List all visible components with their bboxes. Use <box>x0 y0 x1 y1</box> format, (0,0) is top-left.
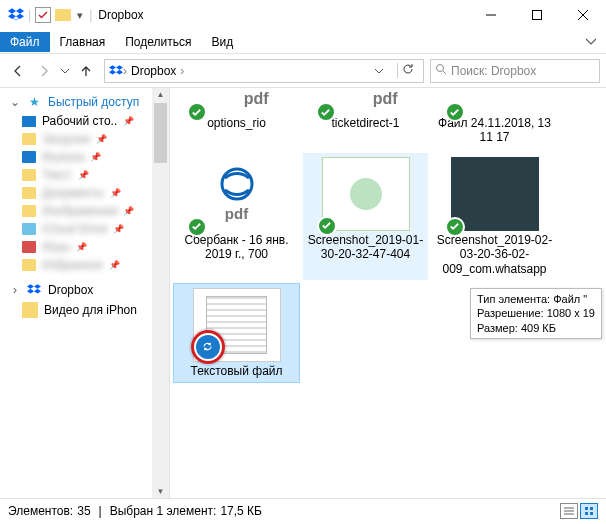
dropbox-icon <box>109 64 123 78</box>
status-selected-label: Выбран 1 элемент: <box>110 504 217 518</box>
breadcrumb-dropdown-icon[interactable] <box>375 64 397 78</box>
file-name: options_rio <box>207 116 266 130</box>
minimize-button[interactable] <box>468 0 514 30</box>
svg-rect-12 <box>590 507 593 510</box>
body: ⌄ ★ Быстрый доступ Рабочий сто.. 📌 Загру… <box>0 88 606 498</box>
sidebar-item[interactable]: Документы📌 <box>0 184 169 202</box>
view-icons-button[interactable] <box>580 503 598 519</box>
svg-rect-11 <box>585 507 588 510</box>
file-item[interactable]: Файл 24.11.2018, 13 11 17 <box>432 92 557 149</box>
file-thumbnail <box>451 157 539 231</box>
nav-recent-button[interactable] <box>58 59 72 83</box>
svg-rect-13 <box>585 512 588 515</box>
menu-home[interactable]: Главная <box>50 32 116 52</box>
nav-forward-button[interactable] <box>32 59 56 83</box>
window-controls <box>468 0 606 30</box>
menu-share[interactable]: Поделиться <box>115 32 201 52</box>
pin-icon: 📌 <box>96 134 107 144</box>
sidebar-item-videos[interactable]: Видео для iPhon <box>0 300 169 320</box>
synced-badge-icon <box>445 102 465 122</box>
sync-badge-icon <box>194 333 222 361</box>
tooltip-line: Разрешение: 1080 x 19 <box>477 306 595 320</box>
nav-back-button[interactable] <box>6 59 30 83</box>
search-icon <box>435 63 447 78</box>
sidebar-item-desktop[interactable]: Рабочий сто.. 📌 <box>0 112 169 130</box>
pin-icon: 📌 <box>110 188 121 198</box>
scroll-down-icon[interactable]: ▼ <box>157 487 165 496</box>
menu-view[interactable]: Вид <box>201 32 243 52</box>
folder-icon <box>22 223 36 235</box>
refresh-button[interactable] <box>397 63 419 78</box>
pin-icon: 📌 <box>123 116 134 126</box>
maximize-button[interactable] <box>514 0 560 30</box>
folder-icon <box>22 259 36 271</box>
folder-icon <box>22 187 36 199</box>
file-item[interactable]: pdf Сбербанк - 16 янв. 2019 г., 700 <box>174 153 299 280</box>
pin-icon: 📌 <box>113 224 124 234</box>
chevron-right-icon: › <box>10 283 20 297</box>
scroll-thumb[interactable] <box>154 103 167 163</box>
sidebar-item[interactable]: Игры📌 <box>0 238 169 256</box>
view-switcher <box>560 503 598 519</box>
file-item[interactable]: pdf ticketdirect-1 <box>303 92 428 149</box>
close-button[interactable] <box>560 0 606 30</box>
svg-point-4 <box>437 65 444 72</box>
file-thumbnail <box>322 157 410 231</box>
breadcrumb-item[interactable]: Dropbox <box>127 64 180 78</box>
search-placeholder: Поиск: Dropbox <box>451 64 536 78</box>
pin-icon: 📌 <box>78 170 89 180</box>
file-name: Screenshot_2019-02-03-20-36-02-009_com.w… <box>434 233 555 276</box>
view-details-button[interactable] <box>560 503 578 519</box>
folder-icon <box>22 151 36 163</box>
menubar: Файл Главная Поделиться Вид <box>0 30 606 54</box>
tooltip-line: Размер: 409 КБ <box>477 321 595 335</box>
synced-badge-icon <box>187 102 207 122</box>
folder-icon <box>22 241 36 253</box>
svg-rect-14 <box>590 512 593 515</box>
svg-point-7 <box>350 178 382 210</box>
file-item[interactable]: pdf options_rio <box>174 92 299 149</box>
sidebar-dropbox[interactable]: › Dropbox <box>0 280 169 300</box>
divider: | <box>99 504 102 518</box>
nav-up-button[interactable] <box>74 59 98 83</box>
search-input[interactable]: Поиск: Dropbox <box>430 59 600 83</box>
vert-divider: | <box>28 8 31 22</box>
file-item[interactable]: Screenshot_2019-02-03-20-36-02-009_com.w… <box>432 153 557 280</box>
navbar: › Dropbox › Поиск: Dropbox <box>0 54 606 88</box>
menu-file[interactable]: Файл <box>0 32 50 52</box>
folder-icon <box>55 9 71 21</box>
chevron-right-icon: › <box>180 64 184 78</box>
file-thumbnail: pdf <box>193 157 281 231</box>
synced-badge-icon <box>187 217 207 237</box>
sidebar-quick-access[interactable]: ⌄ ★ Быстрый доступ <box>0 92 169 112</box>
file-item[interactable]: Текстовый файл <box>174 284 299 382</box>
svg-line-5 <box>443 71 446 74</box>
breadcrumb[interactable]: › Dropbox › <box>104 59 424 83</box>
sidebar-item[interactable]: Изображения📌 <box>0 202 169 220</box>
sidebar-item[interactable]: Загрузки📌 <box>0 130 169 148</box>
ribbon-expand-icon[interactable] <box>586 35 606 49</box>
vert-divider: | <box>89 8 92 22</box>
dropbox-icon <box>8 7 24 23</box>
folder-icon <box>22 169 36 181</box>
file-item[interactable]: Screenshot_2019-01-30-20-32-47-404 <box>303 153 428 280</box>
synced-badge-icon <box>316 102 336 122</box>
sidebar-item[interactable]: iCloud Drive📌 <box>0 220 169 238</box>
status-count-label: Элементов: <box>8 504 73 518</box>
scroll-up-icon[interactable]: ▲ <box>157 90 165 99</box>
status-count: 35 <box>77 504 90 518</box>
sidebar-item[interactable]: Текст📌 <box>0 166 169 184</box>
folder-icon <box>22 133 36 145</box>
file-name: Текстовый файл <box>190 364 282 378</box>
overflow-icon[interactable]: ▾ <box>75 9 85 22</box>
sidebar-item[interactable]: Музыка📌 <box>0 148 169 166</box>
content-pane[interactable]: pdf options_rio pdf ticketdirect-1 Файл … <box>170 88 606 498</box>
window-title: Dropbox <box>98 8 143 22</box>
tooltip: Тип элемента: Файл " Разрешение: 1080 x … <box>470 288 602 339</box>
titlebar: | ▾ | Dropbox <box>0 0 606 30</box>
folder-icon <box>22 302 38 318</box>
folder-icon <box>22 205 36 217</box>
sidebar-scrollbar[interactable]: ▲ ▼ <box>152 88 169 498</box>
check-icon <box>35 7 51 23</box>
sidebar-item[interactable]: Избранное📌 <box>0 256 169 274</box>
